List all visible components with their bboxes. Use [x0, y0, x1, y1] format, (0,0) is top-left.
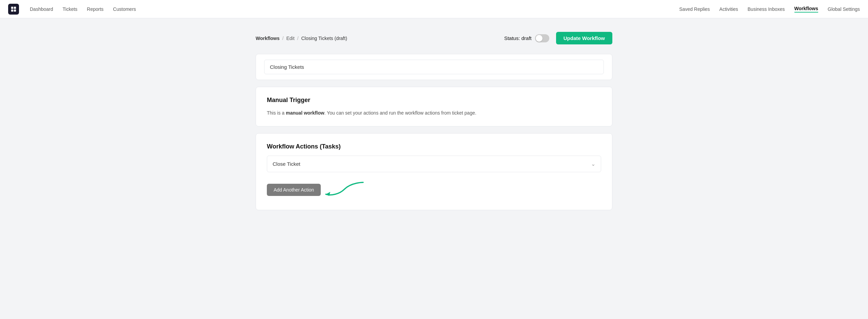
- app-logo[interactable]: [8, 4, 19, 15]
- svg-rect-1: [14, 6, 16, 8]
- actions-card: Workflow Actions (Tasks) Close Ticket ⌄ …: [256, 133, 612, 210]
- trigger-desc-suffix: . You can set your actions and run the w…: [324, 110, 476, 116]
- breadcrumb-row: Workflows / Edit / Closing Tickets (draf…: [256, 32, 612, 44]
- nav-activities[interactable]: Activities: [719, 6, 738, 12]
- header-right: Status: draft Update Workflow: [504, 32, 612, 44]
- nav-right: Saved Replies Activities Business Inboxe…: [679, 6, 860, 13]
- status-area: Status: draft: [504, 34, 549, 42]
- status-toggle[interactable]: [535, 34, 549, 42]
- nav-tickets[interactable]: Tickets: [63, 6, 78, 12]
- trigger-desc-prefix: This is a: [267, 110, 286, 116]
- breadcrumb: Workflows / Edit / Closing Tickets (draf…: [256, 36, 347, 41]
- breadcrumb-edit[interactable]: Edit: [286, 36, 294, 41]
- breadcrumb-workflows[interactable]: Workflows: [256, 36, 280, 41]
- workflow-name-card: [256, 54, 612, 80]
- trigger-card: Manual Trigger This is a manual workflow…: [256, 87, 612, 126]
- update-workflow-button[interactable]: Update Workflow: [556, 32, 612, 44]
- nav-saved-replies[interactable]: Saved Replies: [679, 6, 710, 12]
- trigger-desc-bold: manual workflow: [286, 110, 324, 116]
- svg-rect-3: [14, 9, 16, 11]
- add-action-row: Add Another Action: [267, 179, 365, 200]
- nav-business-inboxes[interactable]: Business Inboxes: [748, 6, 785, 12]
- nav-global-settings[interactable]: Global Settings: [828, 6, 860, 12]
- breadcrumb-sep-1: /: [282, 36, 284, 41]
- nav-reports[interactable]: Reports: [87, 6, 103, 12]
- add-another-action-button[interactable]: Add Another Action: [267, 184, 321, 196]
- status-label: Status: draft: [504, 35, 532, 41]
- arrow-annotation: [324, 179, 365, 200]
- svg-rect-2: [11, 9, 13, 11]
- breadcrumb-sep-2: /: [297, 36, 299, 41]
- actions-card-title: Workflow Actions (Tasks): [267, 143, 601, 150]
- nav-dashboard[interactable]: Dashboard: [30, 6, 53, 12]
- page-content: Workflows / Edit / Closing Tickets (draf…: [248, 18, 620, 231]
- svg-rect-0: [11, 6, 13, 8]
- nav-customers[interactable]: Customers: [113, 6, 136, 12]
- trigger-card-title: Manual Trigger: [267, 97, 601, 104]
- breadcrumb-current: Closing Tickets (draft): [301, 36, 347, 41]
- action-label: Close Ticket: [273, 161, 300, 167]
- navbar: Dashboard Tickets Reports Customers Save…: [0, 0, 868, 18]
- trigger-card-body: This is a manual workflow. You can set y…: [267, 109, 601, 117]
- nav-left: Dashboard Tickets Reports Customers: [30, 6, 679, 12]
- nav-workflows[interactable]: Workflows: [794, 6, 818, 13]
- workflow-name-input[interactable]: [264, 60, 604, 74]
- chevron-down-icon: ⌄: [591, 161, 595, 167]
- close-ticket-action[interactable]: Close Ticket ⌄: [267, 156, 601, 172]
